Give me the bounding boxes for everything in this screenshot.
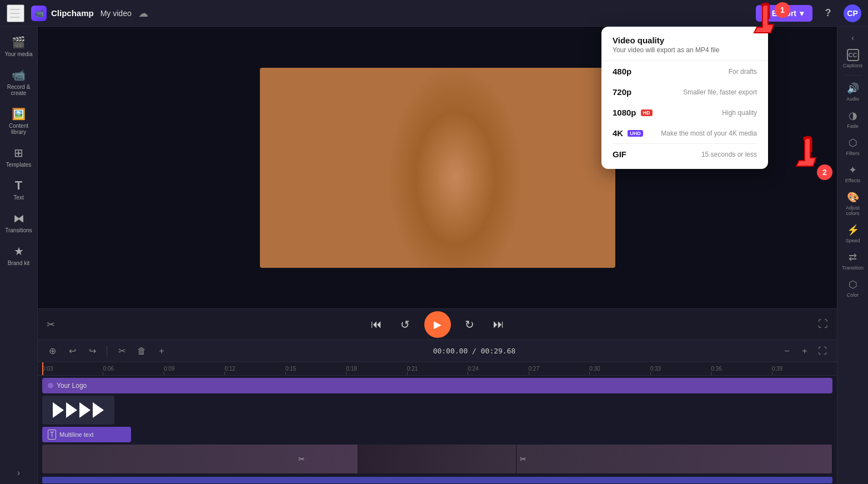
arrow-shape (66, 402, 77, 418)
color-label: Color (847, 292, 859, 298)
track-row-arrows (42, 396, 832, 425)
track-row-video: ✂ ✂ (42, 445, 832, 473)
right-tool-color[interactable]: ⬡ Color (839, 275, 867, 301)
quality-option-4k-label: 4K UHD (613, 128, 643, 138)
crop-button[interactable]: ✂ (47, 318, 55, 331)
sidebar-item-your-media[interactable]: 🎬 Your media (2, 31, 36, 62)
cut-button[interactable]: ✂ (114, 343, 129, 359)
logo-track-label: Your Logo (57, 382, 87, 390)
undo-button[interactable]: ↩ (64, 343, 80, 359)
next-frame-button[interactable]: ⏭ (489, 315, 509, 335)
split-marker-2: ✂ (516, 452, 530, 466)
templates-icon: ⊞ (12, 146, 26, 159)
video-title[interactable]: My video (101, 9, 132, 18)
arrow-shape (53, 402, 64, 418)
logo-track[interactable]: Your Logo (42, 378, 832, 393)
right-tool-audio[interactable]: 🔊 Audio (839, 79, 867, 105)
fit-timeline-button[interactable]: ⛶ (815, 343, 830, 359)
forward-button[interactable]: ↻ (460, 315, 480, 335)
current-time: 00:00.00 (433, 347, 468, 355)
magnet-button[interactable]: ⊕ (44, 343, 60, 359)
quality-option-4k-desc: Make the most of your 4K media (661, 129, 757, 137)
sidebar-label-content: Contentlibrary (9, 123, 28, 135)
color-icon: ⬡ (847, 278, 859, 291)
quality-option-720p[interactable]: 720p Smaller file, faster export (601, 82, 768, 102)
sidebar-item-templates[interactable]: ⊞ Templates (2, 142, 36, 172)
ruler-mark: 0:36 (711, 366, 771, 375)
sidebar-label-record: Record &create (7, 84, 31, 96)
sidebar-item-transitions[interactable]: ⧓ Transitions (2, 207, 36, 238)
multiline-track[interactable]: T Multiline text (42, 427, 131, 442)
logo-dot (48, 383, 53, 388)
fullscreen-button[interactable]: ⛶ (818, 318, 828, 330)
right-sidebar-collapse[interactable]: ‹ (846, 31, 860, 44)
zoom-in-button[interactable]: + (797, 343, 812, 359)
help-button[interactable]: ? (819, 4, 837, 22)
avatar-button[interactable]: CP (844, 4, 861, 22)
quality-dropdown-subtitle: Your video will export as an MP4 file (613, 46, 757, 54)
left-sidebar: 🎬 Your media 📹 Record &create 🖼️ Content… (0, 27, 38, 484)
sidebar-label-transitions: Transitions (5, 227, 32, 233)
sidebar-label-brand: Brand kit (8, 260, 29, 266)
app-logo: 📹 Clipchamp (31, 6, 94, 21)
logo-icon: 📹 (31, 6, 47, 21)
video-thumb-3 (516, 445, 832, 473)
sidebar-item-brand-kit[interactable]: ★ Brand kit (2, 240, 36, 271)
ruler-mark: 0:18 (346, 366, 407, 375)
fade-icon: ◑ (847, 109, 859, 122)
video-track[interactable]: ✂ ✂ (42, 445, 832, 473)
add-track-button[interactable]: + (154, 343, 169, 359)
transition-icon: ⇄ (847, 251, 859, 263)
sidebar-item-text[interactable]: T Text (2, 174, 36, 205)
sidebar-collapse-button[interactable]: › (12, 466, 26, 480)
ruler-mark: 0:24 (468, 366, 528, 375)
right-tool-speed[interactable]: ⚡ Speed (839, 221, 867, 247)
quality-option-4k[interactable]: 4K UHD Make the most of your 4K media (601, 123, 768, 143)
video-thumb-2 (358, 445, 516, 473)
text-track-icon: T (48, 430, 56, 440)
sidebar-item-record[interactable]: 📹 Record &create (2, 64, 36, 101)
sidebar-item-content-library[interactable]: 🖼️ Contentlibrary (2, 103, 36, 139)
app-name: Clipchamp (51, 8, 94, 18)
right-sidebar: ‹ CC Captions 🔊 Audio ◑ Fade ⬡ Filters ✦… (837, 27, 868, 484)
adjust-colors-label: Adjustcolors (846, 205, 860, 216)
right-tool-effects[interactable]: ✦ Effects (839, 161, 867, 187)
captions-label: Captions (843, 63, 863, 68)
arrow-shape (93, 402, 104, 418)
transition-label: Transition (842, 265, 864, 271)
rewind-button[interactable]: ↺ (395, 315, 415, 335)
export-icon: ↑ (765, 9, 769, 18)
playhead (42, 362, 43, 375)
right-tool-fade[interactable]: ◑ Fade (839, 106, 867, 132)
video-thumb-1 (42, 445, 358, 473)
ruler-mark: 0:39 (772, 366, 832, 375)
quality-option-1080p[interactable]: 1080p HD High quality (601, 102, 768, 123)
quality-option-480p-desc: For drafts (729, 68, 757, 76)
timeline-area: ⊕ ↩ ↪ ✂ 🗑 + 00:00.00 / 00:29.68 − + ⛶ (38, 340, 837, 484)
right-tool-captions[interactable]: CC Captions (839, 46, 867, 72)
arrows-track[interactable] (42, 396, 114, 425)
export-button[interactable]: ↑ Export ▾ (756, 5, 812, 22)
quality-option-1080p-desc: High quality (722, 109, 757, 117)
track-row-audio (42, 476, 832, 483)
quality-option-720p-label: 720p (613, 87, 631, 97)
quality-option-gif-label: GIF (613, 149, 626, 159)
cloud-save-icon: ☁ (138, 7, 148, 19)
audio-track[interactable] (42, 477, 832, 483)
quality-option-gif[interactable]: GIF 15 seconds or less (601, 144, 768, 164)
right-tool-filters[interactable]: ⬡ Filters (839, 133, 867, 159)
delete-button[interactable]: 🗑 (134, 343, 149, 359)
right-tool-transition[interactable]: ⇄ Transition (839, 248, 867, 274)
play-button[interactable]: ▶ (424, 311, 451, 338)
redo-button[interactable]: ↪ (84, 343, 100, 359)
prev-frame-button[interactable]: ⏮ (367, 315, 387, 335)
speed-icon: ⚡ (847, 224, 859, 236)
zoom-controls: − + ⛶ (779, 343, 830, 359)
quality-option-480p[interactable]: 480p For drafts (601, 61, 768, 82)
hamburger-button[interactable] (7, 4, 24, 22)
sidebar-label-templates: Templates (6, 162, 32, 168)
topbar: 📹 Clipchamp My video ☁ ↑ Export ▾ ? CP (0, 0, 868, 27)
zoom-out-button[interactable]: − (779, 343, 795, 359)
right-tool-adjust-colors[interactable]: 🎨 Adjustcolors (839, 188, 867, 219)
filters-icon: ⬡ (847, 137, 859, 149)
